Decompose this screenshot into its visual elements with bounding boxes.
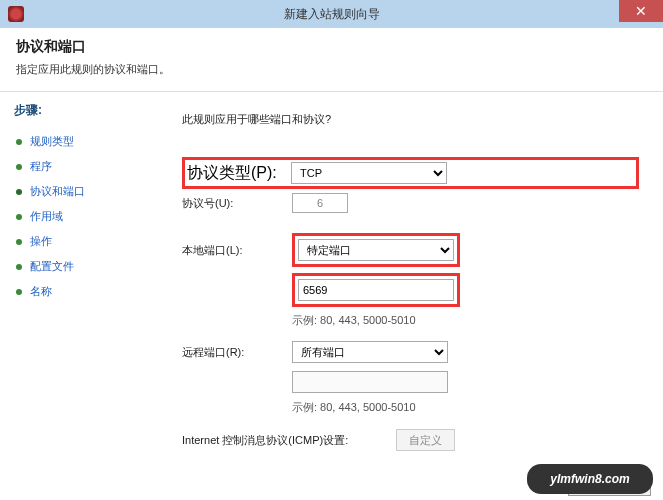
watermark: ylmfwin8.com [527, 464, 653, 494]
local-port-input[interactable] [298, 279, 454, 301]
protocol-number-label: 协议号(U): [182, 196, 292, 211]
step-protocol-port[interactable]: 协议和端口 [12, 179, 168, 204]
remote-port-mode-select[interactable]: 所有端口 [292, 341, 448, 363]
bullet-icon [16, 289, 22, 295]
local-port-label: 本地端口(L): [182, 243, 292, 258]
step-action[interactable]: 操作 [12, 229, 168, 254]
bullet-icon [16, 164, 22, 170]
step-name[interactable]: 名称 [12, 279, 168, 304]
step-label: 程序 [30, 159, 52, 174]
bullet-icon [16, 139, 22, 145]
titlebar: 新建入站规则向导 ✕ [0, 0, 663, 28]
bullet-icon [16, 214, 22, 220]
local-port-example: 示例: 80, 443, 5000-5010 [292, 313, 639, 328]
page-header: 协议和端口 指定应用此规则的协议和端口。 [0, 28, 663, 92]
bullet-icon [16, 189, 22, 195]
step-label: 规则类型 [30, 134, 74, 149]
protocol-number-input[interactable] [292, 193, 348, 213]
app-icon [8, 6, 24, 22]
remote-port-input[interactable] [292, 371, 448, 393]
step-label: 协议和端口 [30, 184, 85, 199]
step-label: 操作 [30, 234, 52, 249]
step-scope[interactable]: 作用域 [12, 204, 168, 229]
icmp-label: Internet 控制消息协议(ICMP)设置: [182, 433, 396, 448]
local-port-row: 本地端口(L): 特定端口 [182, 233, 639, 267]
steps-heading: 步骤: [12, 102, 168, 119]
remote-port-example: 示例: 80, 443, 5000-5010 [292, 400, 639, 415]
protocol-type-label: 协议类型(P): [187, 163, 291, 184]
window-title: 新建入站规则向导 [284, 6, 380, 23]
local-port-value-row [182, 273, 639, 307]
step-label: 配置文件 [30, 259, 74, 274]
content-prompt: 此规则应用于哪些端口和协议? [182, 112, 639, 127]
page-title: 协议和端口 [16, 38, 647, 56]
step-rule-type[interactable]: 规则类型 [12, 129, 168, 154]
body: 步骤: 规则类型 程序 协议和端口 作用域 操作 配置文件 名称 此规则应用于哪… [0, 92, 663, 492]
remote-port-value-row [182, 370, 639, 394]
protocol-number-row: 协议号(U): [182, 191, 639, 215]
local-port-mode-highlight: 特定端口 [292, 233, 460, 267]
remote-port-label: 远程端口(R): [182, 345, 292, 360]
close-button[interactable]: ✕ [619, 0, 663, 22]
content-panel: 此规则应用于哪些端口和协议? 协议类型(P): TCP 协议号(U): 本地端口… [168, 92, 663, 492]
step-program[interactable]: 程序 [12, 154, 168, 179]
page-subtitle: 指定应用此规则的协议和端口。 [16, 62, 647, 77]
step-profile[interactable]: 配置文件 [12, 254, 168, 279]
steps-sidebar: 步骤: 规则类型 程序 协议和端口 作用域 操作 配置文件 名称 [0, 92, 168, 492]
bullet-icon [16, 264, 22, 270]
customize-button[interactable]: 自定义 [396, 429, 455, 451]
local-port-value-highlight [292, 273, 460, 307]
icmp-row: Internet 控制消息协议(ICMP)设置: 自定义 [182, 429, 639, 451]
step-label: 作用域 [30, 209, 63, 224]
protocol-type-highlight: 协议类型(P): TCP [182, 157, 639, 189]
remote-port-row: 远程端口(R): 所有端口 [182, 340, 639, 364]
bullet-icon [16, 239, 22, 245]
protocol-type-select[interactable]: TCP [291, 162, 447, 184]
step-label: 名称 [30, 284, 52, 299]
local-port-mode-select[interactable]: 特定端口 [298, 239, 454, 261]
